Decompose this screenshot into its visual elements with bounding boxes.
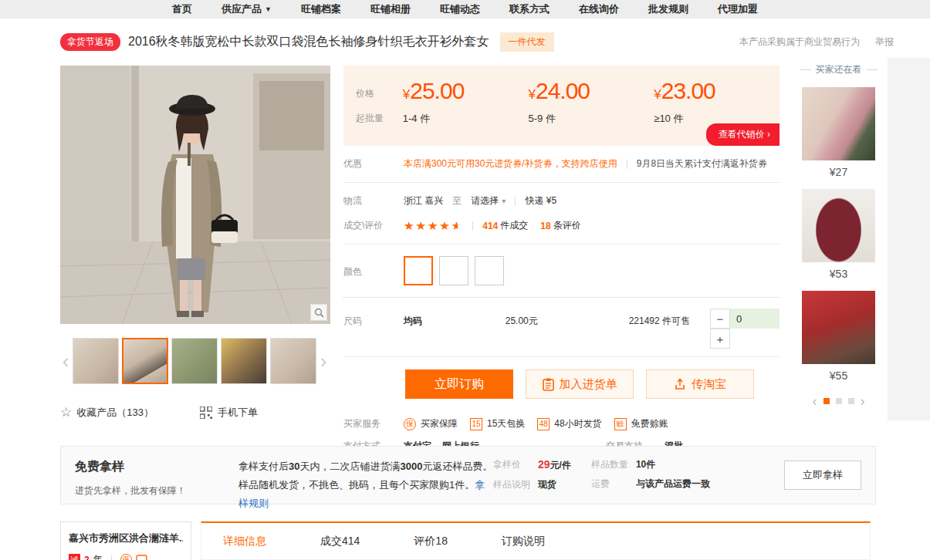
deal-label: 成交\评价 <box>343 219 404 232</box>
sample-shipping-value: 与该产品运费一致 <box>636 477 710 491</box>
quantity-increase-button[interactable]: + <box>710 329 730 349</box>
nav-inquiry[interactable]: 在线询价 <box>579 2 619 16</box>
product-title: 2016秋冬韩版宽松中长款双口袋混色长袖修身针织毛衣开衫外套女 <box>128 34 489 50</box>
tab-reviews[interactable]: 评价18 <box>414 535 448 548</box>
thumbnail-4[interactable] <box>221 338 267 384</box>
ship-from: 浙江 嘉兴 <box>404 194 443 207</box>
tab-order-notes[interactable]: 订购说明 <box>502 535 545 548</box>
gallery: ‹ › ☆ 收藏产品（133） 手机下单 <box>60 66 330 420</box>
dropship-badge: 一件代发 <box>500 32 554 52</box>
quantity-decrease-button[interactable]: − <box>710 309 730 329</box>
order-now-button[interactable]: 立即订购 <box>405 369 513 399</box>
upload-icon <box>674 378 686 390</box>
related-product-image[interactable] <box>802 291 875 364</box>
top-nav: 首页 供应产品▼ 旺铺档案 旺铺相册 旺铺动态 联系方式 在线询价 批发规则 代… <box>0 0 930 19</box>
qr-code-icon <box>200 407 212 419</box>
pager-prev-icon[interactable]: ‹ <box>813 394 817 408</box>
service-15day-exchange[interactable]: 15 15天包换 <box>470 417 525 430</box>
gallery-actions: ☆ 收藏产品（133） 手机下单 <box>60 404 330 420</box>
thumbnail-5[interactable] <box>270 338 316 384</box>
related-product-price: ¥53 <box>799 268 878 280</box>
page-gutter <box>888 58 930 420</box>
nav-shop-profile[interactable]: 旺铺档案 <box>301 2 341 16</box>
color-swatch-1-selected[interactable] <box>404 256 433 285</box>
sample-subtitle: 进货先拿样，批发有保障！ <box>75 484 238 498</box>
clipboard-icon <box>543 378 554 391</box>
moq-label: 起批量 <box>343 112 403 126</box>
get-sample-button[interactable]: 立即拿样 <box>784 460 861 490</box>
sample-desc-label: 样品说明 <box>493 478 538 491</box>
main-product-image[interactable] <box>60 66 330 324</box>
seller-name[interactable]: 嘉兴市秀洲区洪合澜涟羊... <box>69 531 183 545</box>
nav-contact[interactable]: 联系方式 <box>509 2 550 16</box>
nav-shop-updates[interactable]: 旺铺动态 <box>440 2 480 16</box>
promo-event-text: 9月8日当天累计支付满返补货券 <box>637 157 767 170</box>
deal-rating-row: 成交\评价 ★★★★★ ★★★★★ 414 件成交 18 条评价 <box>343 219 780 232</box>
price-box: 价格 ¥25.00 ¥24.00 ¥23.00 起批量 1-4 件 5-9 件 … <box>343 66 780 146</box>
wangwang-chat-icon[interactable] <box>136 555 147 560</box>
sidebar-pager: ‹ › <box>799 394 878 408</box>
buyer-services-label: 买家服务 <box>343 417 404 430</box>
deal-count[interactable]: 414 <box>482 221 498 231</box>
sample-price-label: 拿样价 <box>493 458 538 472</box>
color-swatch-3[interactable] <box>475 256 504 285</box>
quantity-stepper: − + <box>710 309 780 349</box>
pager-dot-3[interactable] <box>848 398 854 404</box>
color-swatch-2[interactable] <box>439 256 468 285</box>
favorite-button[interactable]: ☆ 收藏产品（133） <box>60 404 154 420</box>
express-fee: 快递 ¥5 <box>525 194 556 207</box>
divider <box>343 182 780 183</box>
divider <box>472 221 473 231</box>
thumbnail-strip: ‹ › <box>60 338 330 384</box>
quantity-input[interactable] <box>730 309 780 329</box>
size-value: 均码 <box>404 309 506 328</box>
review-count[interactable]: 18 <box>540 221 550 231</box>
title-bar: 拿货节返场 2016秋冬韩版宽松中长款双口袋混色长袖修身针织毛衣开衫外套女 一件… <box>60 32 912 52</box>
sample-price: 29 <box>538 458 550 471</box>
mobile-order-button[interactable]: 手机下单 <box>200 406 258 420</box>
credit-icon: 赊 <box>614 418 627 430</box>
thumbnail-3[interactable] <box>171 338 218 384</box>
service-48h-shipping[interactable]: 48 48小时发货 <box>537 417 601 430</box>
seller-card: 嘉兴市秀洲区洪合澜涟羊... 诚 2 年 保 <box>60 521 191 560</box>
related-product-image[interactable] <box>802 87 875 160</box>
promo-coupon-text: 本店满300元可用30元进货券/补货券，支持跨店使用 <box>404 157 617 170</box>
trade-notice: 本产品采购属于商业贸易行为 <box>739 35 860 49</box>
nav-agency[interactable]: 代理加盟 <box>718 2 758 16</box>
divider <box>343 356 780 357</box>
color-label: 颜色 <box>343 256 404 278</box>
related-product-image[interactable] <box>802 189 875 262</box>
magnifier-icon[interactable] <box>310 304 327 321</box>
tab-detail-info[interactable]: 详细信息 <box>223 535 266 548</box>
related-product-1[interactable]: ¥27 <box>799 87 878 178</box>
push-to-taobao-button[interactable]: 传淘宝 <box>646 369 754 399</box>
pager-dot-1-active[interactable] <box>823 398 830 404</box>
event-badge[interactable]: 拿货节返场 <box>60 33 120 51</box>
sample-desc-value: 现货 <box>538 478 556 491</box>
service-free-credit[interactable]: 赊 免费赊账 <box>614 417 668 430</box>
tab-deals[interactable]: 成交414 <box>320 535 360 548</box>
nav-products[interactable]: 供应产品▼ <box>222 2 272 16</box>
thumbs-prev-icon[interactable]: ‹ <box>60 351 71 371</box>
nav-shop-album[interactable]: 旺铺相册 <box>370 2 411 16</box>
also-viewing-sidebar: 买家还在看 ¥27 ¥53 ¥55 ‹ › <box>799 63 878 408</box>
related-product-2[interactable]: ¥53 <box>799 189 878 280</box>
thumbnail-1[interactable] <box>73 338 119 384</box>
nav-wholesale-rules[interactable]: 批发规则 <box>648 2 688 16</box>
pager-dot-2[interactable] <box>836 398 842 404</box>
sample-details: 拿样价 29元/件 样品说明 现货 样品数量 10件 运费 与该产品运费一致 <box>493 456 730 494</box>
pager-next-icon[interactable]: › <box>861 394 865 408</box>
product-photo-illustration <box>60 66 330 324</box>
thumbs-next-icon[interactable]: › <box>318 351 329 371</box>
service-guarantee[interactable]: 保 买家保障 <box>404 417 458 430</box>
add-to-purchase-list-button[interactable]: 加入进货单 <box>526 369 634 399</box>
guarantee-badge-icon: 保 <box>120 554 132 560</box>
nav-home[interactable]: 首页 <box>172 2 192 16</box>
report-link[interactable]: 举报 <box>875 35 894 49</box>
destination-select[interactable]: 请选择▾ <box>471 194 506 207</box>
view-consign-price-button[interactable]: 查看代销价 › <box>706 123 780 146</box>
offer-panel: 价格 ¥25.00 ¥24.00 ¥23.00 起批量 1-4 件 5-9 件 … <box>343 66 780 453</box>
thumbnail-2-selected[interactable] <box>122 338 168 384</box>
related-product-3[interactable]: ¥55 <box>799 291 878 382</box>
sample-description: 拿样支付后30天内，二次店铺进货满3000元返还样品费。样品随机发货，不挑色、挑… <box>238 456 493 494</box>
